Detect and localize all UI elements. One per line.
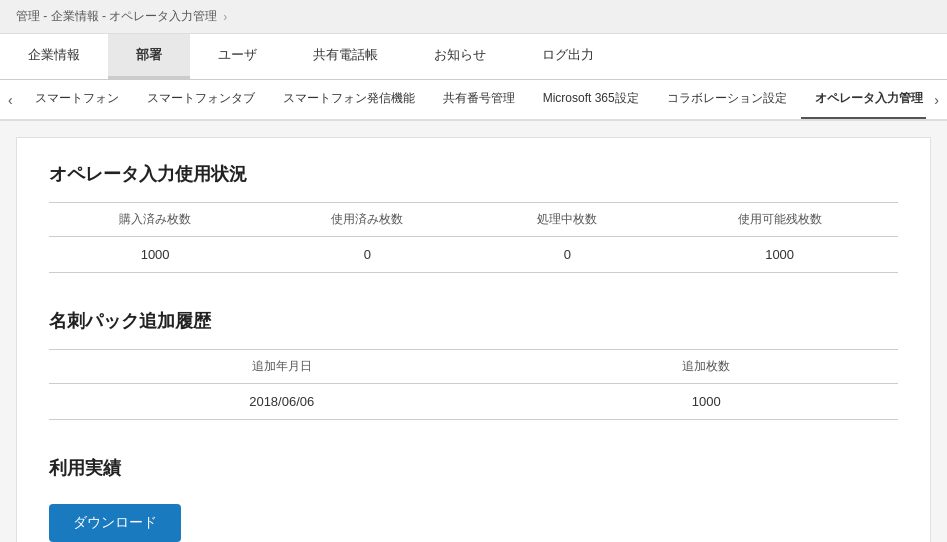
primary-nav-item-5[interactable]: ログ出力 xyxy=(514,34,622,79)
history-col-date: 追加年月日 xyxy=(49,350,514,384)
usage-table: 購入済み枚数 使用済み枚数 処理中枚数 使用可能残枚数 1000 0 0 100… xyxy=(49,202,898,273)
history-table-row: 2018/06/061000 xyxy=(49,384,898,420)
primary-nav-item-0[interactable]: 企業情報 xyxy=(0,34,108,79)
primary-nav-item-2[interactable]: ユーザ xyxy=(190,34,285,79)
download-section: 利用実績 ダウンロード xyxy=(49,456,898,542)
history-table: 追加年月日 追加枚数 2018/06/061000 xyxy=(49,349,898,420)
usage-table-row: 1000 0 0 1000 xyxy=(49,237,898,273)
history-cell-0-1: 1000 xyxy=(514,384,898,420)
breadcrumb-text: 管理 - 企業情報 - オペレータ入力管理 xyxy=(16,8,217,25)
breadcrumb-arrow-icon: › xyxy=(223,10,227,24)
usage-section-title: オペレータ入力使用状況 xyxy=(49,162,898,186)
secondary-nav-item-4[interactable]: Microsoft 365設定 xyxy=(529,80,653,119)
secondary-nav-next[interactable]: › xyxy=(926,84,947,116)
breadcrumb: 管理 - 企業情報 - オペレータ入力管理 › xyxy=(0,0,947,34)
secondary-nav-item-6[interactable]: オペレータ入力管理 xyxy=(801,80,927,119)
usage-col-processing: 処理中枚数 xyxy=(474,203,662,237)
download-button[interactable]: ダウンロード xyxy=(49,504,181,542)
usage-processing-value: 0 xyxy=(474,237,662,273)
secondary-nav-item-1[interactable]: スマートフォンタブ xyxy=(133,80,269,119)
secondary-nav-item-3[interactable]: 共有番号管理 xyxy=(429,80,529,119)
usage-col-purchased: 購入済み枚数 xyxy=(49,203,261,237)
secondary-nav-item-2[interactable]: スマートフォン発信機能 xyxy=(269,80,429,119)
secondary-nav-items: スマートフォンスマートフォンタブスマートフォン発信機能共有番号管理Microso… xyxy=(21,80,927,119)
history-section: 名刺パック追加履歴 追加年月日 追加枚数 2018/06/061000 xyxy=(49,309,898,420)
secondary-nav-item-0[interactable]: スマートフォン xyxy=(21,80,133,119)
secondary-nav-prev[interactable]: ‹ xyxy=(0,84,21,116)
usage-col-available: 使用可能残枚数 xyxy=(661,203,898,237)
usage-col-used: 使用済み枚数 xyxy=(261,203,473,237)
main-content: オペレータ入力使用状況 購入済み枚数 使用済み枚数 処理中枚数 使用可能残枚数 … xyxy=(16,137,931,542)
history-col-count: 追加枚数 xyxy=(514,350,898,384)
usage-used-value: 0 xyxy=(261,237,473,273)
history-section-title: 名刺パック追加履歴 xyxy=(49,309,898,333)
usage-available-value: 1000 xyxy=(661,237,898,273)
primary-nav: 企業情報部署ユーザ共有電話帳お知らせログ出力 xyxy=(0,34,947,80)
primary-nav-item-1[interactable]: 部署 xyxy=(108,34,190,79)
primary-nav-item-4[interactable]: お知らせ xyxy=(406,34,514,79)
history-cell-0-0: 2018/06/06 xyxy=(49,384,514,420)
usage-section: オペレータ入力使用状況 購入済み枚数 使用済み枚数 処理中枚数 使用可能残枚数 … xyxy=(49,162,898,273)
secondary-nav-item-5[interactable]: コラボレーション設定 xyxy=(653,80,801,119)
history-table-header-row: 追加年月日 追加枚数 xyxy=(49,350,898,384)
usage-purchased-value: 1000 xyxy=(49,237,261,273)
download-section-title: 利用実績 xyxy=(49,456,898,480)
secondary-nav: ‹ スマートフォンスマートフォンタブスマートフォン発信機能共有番号管理Micro… xyxy=(0,80,947,121)
usage-table-header-row: 購入済み枚数 使用済み枚数 処理中枚数 使用可能残枚数 xyxy=(49,203,898,237)
primary-nav-item-3[interactable]: 共有電話帳 xyxy=(285,34,406,79)
